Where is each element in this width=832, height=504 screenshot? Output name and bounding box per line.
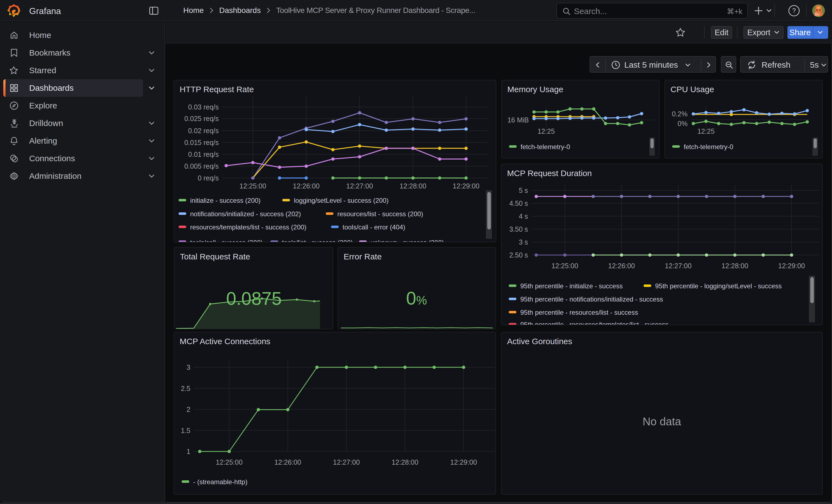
- svg-text:0.01 req/s: 0.01 req/s: [188, 151, 219, 158]
- svg-text:2.5: 2.5: [181, 384, 190, 392]
- svg-text:0%: 0%: [678, 120, 687, 127]
- svg-text:12:25: 12:25: [538, 127, 555, 135]
- svg-text:tools/call - error (404): tools/call - error (404): [342, 223, 405, 231]
- svg-text:initialize - success (200): initialize - success (200): [190, 197, 261, 204]
- svg-text:tools/call - success (200): tools/call - success (200): [190, 239, 263, 242]
- svg-text:0.03 req/s: 0.03 req/s: [188, 103, 219, 111]
- svg-text:12:28:00: 12:28:00: [391, 458, 418, 466]
- svg-text:12:26:00: 12:26:00: [293, 182, 319, 190]
- svg-text:95th percentile - notification: 95th percentile - notifications/initiali…: [520, 295, 663, 303]
- svg-text:1.5: 1.5: [181, 427, 190, 434]
- svg-text:1: 1: [186, 448, 190, 455]
- svg-text:12:28:00: 12:28:00: [399, 182, 426, 190]
- svg-text:95th percentile - resources/li: 95th percentile - resources/list - succe…: [520, 309, 638, 316]
- svg-text:unknown - success (200): unknown - success (200): [371, 239, 444, 242]
- svg-text:?: ?: [792, 7, 796, 14]
- svg-text:0.02 req/s: 0.02 req/s: [188, 127, 219, 135]
- svg-text:0.025 req/s: 0.025 req/s: [184, 115, 219, 123]
- svg-text:3: 3: [186, 364, 190, 371]
- svg-text:95th percentile - initialize -: 95th percentile - initialize - success: [520, 282, 623, 290]
- svg-text:12:26:00: 12:26:00: [608, 262, 635, 270]
- svg-text:16 MiB: 16 MiB: [508, 116, 529, 124]
- svg-text:0%: 0%: [406, 288, 427, 309]
- svg-text:0.0875: 0.0875: [226, 288, 282, 309]
- svg-text:12:26:00: 12:26:00: [274, 458, 301, 466]
- svg-text:- (streamable-http): - (streamable-http): [193, 478, 248, 485]
- svg-text:12:25:00: 12:25:00: [239, 182, 266, 190]
- svg-text:3.50 s: 3.50 s: [509, 225, 528, 233]
- svg-text:12:28:00: 12:28:00: [721, 262, 748, 270]
- svg-text:12:29:00: 12:29:00: [452, 182, 479, 190]
- svg-text:resources/list - success (200): resources/list - success (200): [337, 210, 423, 218]
- svg-text:95th percentile - resources/te: 95th percentile - resources/templates/li…: [520, 321, 669, 325]
- svg-text:logging/setLevel - success (20: logging/setLevel - success (200): [294, 197, 389, 204]
- svg-text:resources/templates/list - suc: resources/templates/list - success (200): [190, 223, 307, 231]
- svg-text:12:25: 12:25: [698, 127, 715, 135]
- svg-text:4.50 s: 4.50 s: [509, 200, 528, 207]
- svg-text:0 req/s: 0 req/s: [198, 174, 219, 182]
- svg-text:12:27:00: 12:27:00: [346, 182, 373, 190]
- svg-text:0.015 req/s: 0.015 req/s: [184, 139, 219, 147]
- svg-text:3 s: 3 s: [519, 238, 528, 246]
- svg-text:12:29:00: 12:29:00: [778, 262, 805, 270]
- svg-text:fetch-telemetry-0: fetch-telemetry-0: [521, 143, 570, 151]
- svg-text:0.2%: 0.2%: [672, 110, 687, 118]
- svg-text:2: 2: [186, 405, 190, 413]
- svg-text:0.005 req/s: 0.005 req/s: [184, 162, 219, 170]
- svg-text:95th percentile - logging/setL: 95th percentile - logging/setLevel - suc…: [655, 282, 782, 290]
- svg-text:12:29:00: 12:29:00: [450, 458, 477, 466]
- svg-text:12:27:00: 12:27:00: [665, 262, 692, 270]
- svg-text:2.50 s: 2.50 s: [509, 251, 528, 259]
- svg-text:4 s: 4 s: [519, 212, 528, 220]
- svg-text:notifications/initialized - su: notifications/initialized - success (202…: [190, 210, 301, 218]
- svg-text:12:25:00: 12:25:00: [216, 458, 242, 466]
- svg-text:fetch-telemetry-0: fetch-telemetry-0: [684, 143, 733, 151]
- svg-text:12:27:00: 12:27:00: [333, 458, 360, 466]
- svg-text:5 s: 5 s: [519, 187, 528, 194]
- svg-text:tools/list - success (200): tools/list - success (200): [282, 239, 353, 242]
- svg-text:12:25:00: 12:25:00: [551, 262, 578, 270]
